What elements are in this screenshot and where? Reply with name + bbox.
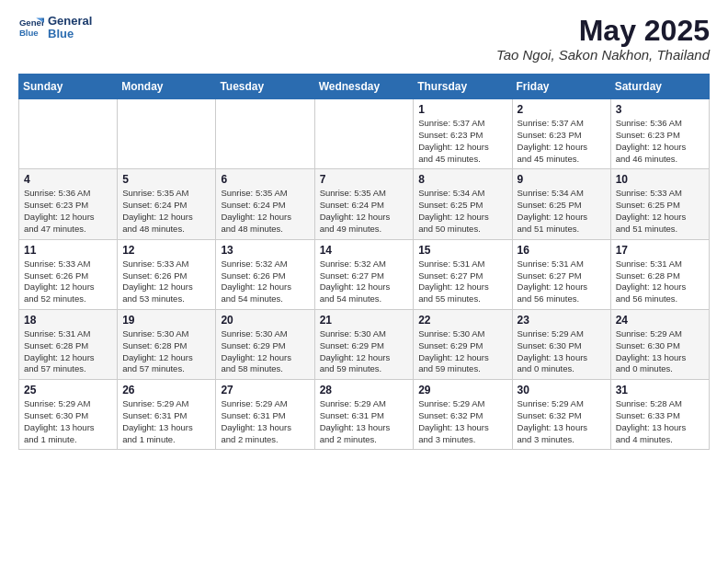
calendar-week-2: 4Sunrise: 5:36 AM Sunset: 6:23 PM Daylig… (19, 169, 710, 239)
cell-details: Sunrise: 5:29 AM Sunset: 6:31 PM Dayligh… (320, 398, 409, 445)
day-number: 15 (418, 244, 506, 257)
weekday-header-monday: Monday (118, 75, 216, 99)
cell-details: Sunrise: 5:35 AM Sunset: 6:24 PM Dayligh… (221, 188, 309, 235)
day-number: 31 (616, 384, 704, 396)
weekday-header-sunday: Sunday (19, 75, 118, 99)
day-number: 23 (518, 314, 606, 327)
calendar-cell: 29Sunrise: 5:29 AM Sunset: 6:32 PM Dayli… (414, 380, 512, 450)
day-number: 20 (221, 314, 309, 327)
calendar-cell: 2Sunrise: 5:37 AM Sunset: 6:23 PM Daylig… (512, 99, 610, 169)
calendar-cell: 27Sunrise: 5:29 AM Sunset: 6:31 PM Dayli… (216, 380, 314, 450)
calendar-cell: 31Sunrise: 5:28 AM Sunset: 6:33 PM Dayli… (610, 380, 709, 450)
calendar-cell: 4Sunrise: 5:36 AM Sunset: 6:23 PM Daylig… (19, 169, 118, 239)
logo-line2: Blue (48, 28, 92, 40)
logo-icon: General Blue (18, 15, 44, 40)
cell-details: Sunrise: 5:29 AM Sunset: 6:30 PM Dayligh… (518, 328, 606, 375)
day-number: 19 (122, 314, 210, 327)
day-number: 12 (122, 244, 210, 257)
page-header: General Blue General Blue May 2025 Tao N… (18, 15, 710, 63)
cell-details: Sunrise: 5:34 AM Sunset: 6:25 PM Dayligh… (518, 188, 606, 235)
cell-details: Sunrise: 5:31 AM Sunset: 6:28 PM Dayligh… (24, 328, 112, 375)
calendar-cell (118, 99, 216, 169)
calendar-cell (19, 99, 118, 169)
calendar-table: SundayMondayTuesdayWednesdayThursdayFrid… (18, 74, 710, 450)
cell-details: Sunrise: 5:36 AM Sunset: 6:23 PM Dayligh… (616, 118, 704, 165)
calendar-cell: 8Sunrise: 5:34 AM Sunset: 6:25 PM Daylig… (414, 169, 512, 239)
day-number: 16 (518, 244, 606, 257)
cell-details: Sunrise: 5:34 AM Sunset: 6:25 PM Dayligh… (418, 188, 506, 235)
day-number: 24 (616, 314, 704, 327)
cell-details: Sunrise: 5:37 AM Sunset: 6:23 PM Dayligh… (418, 118, 506, 165)
calendar-cell: 11Sunrise: 5:33 AM Sunset: 6:26 PM Dayli… (19, 239, 118, 309)
logo: General Blue General Blue (18, 15, 92, 41)
day-number: 27 (221, 384, 309, 396)
calendar-cell: 12Sunrise: 5:33 AM Sunset: 6:26 PM Dayli… (118, 239, 216, 309)
cell-details: Sunrise: 5:32 AM Sunset: 6:27 PM Dayligh… (320, 259, 409, 305)
day-number: 4 (24, 173, 112, 186)
day-number: 29 (418, 384, 506, 396)
calendar-cell (314, 99, 414, 169)
day-number: 2 (518, 103, 606, 116)
cell-details: Sunrise: 5:37 AM Sunset: 6:23 PM Dayligh… (518, 118, 606, 165)
cell-details: Sunrise: 5:36 AM Sunset: 6:23 PM Dayligh… (24, 188, 112, 235)
cell-details: Sunrise: 5:35 AM Sunset: 6:24 PM Dayligh… (122, 188, 210, 235)
day-number: 8 (418, 173, 506, 186)
day-number: 9 (518, 173, 606, 186)
cell-details: Sunrise: 5:29 AM Sunset: 6:32 PM Dayligh… (518, 398, 606, 445)
day-number: 1 (418, 103, 506, 116)
calendar-cell: 23Sunrise: 5:29 AM Sunset: 6:30 PM Dayli… (512, 309, 610, 379)
calendar-cell: 25Sunrise: 5:29 AM Sunset: 6:30 PM Dayli… (19, 380, 118, 450)
calendar-cell: 14Sunrise: 5:32 AM Sunset: 6:27 PM Dayli… (314, 239, 414, 309)
calendar-week-1: 1Sunrise: 5:37 AM Sunset: 6:23 PM Daylig… (19, 99, 710, 169)
weekday-header-friday: Friday (512, 75, 610, 99)
calendar-week-3: 11Sunrise: 5:33 AM Sunset: 6:26 PM Dayli… (19, 239, 710, 309)
calendar-cell: 13Sunrise: 5:32 AM Sunset: 6:26 PM Dayli… (216, 239, 314, 309)
title-block: May 2025 Tao Ngoi, Sakon Nakhon, Thailan… (496, 15, 710, 63)
calendar-cell: 1Sunrise: 5:37 AM Sunset: 6:23 PM Daylig… (414, 99, 512, 169)
cell-details: Sunrise: 5:31 AM Sunset: 6:28 PM Dayligh… (616, 259, 704, 305)
cell-details: Sunrise: 5:28 AM Sunset: 6:33 PM Dayligh… (616, 398, 704, 445)
day-number: 22 (418, 314, 506, 327)
cell-details: Sunrise: 5:30 AM Sunset: 6:29 PM Dayligh… (320, 328, 409, 375)
cell-details: Sunrise: 5:29 AM Sunset: 6:30 PM Dayligh… (24, 398, 112, 445)
calendar-week-4: 18Sunrise: 5:31 AM Sunset: 6:28 PM Dayli… (19, 309, 710, 379)
day-number: 14 (320, 244, 409, 257)
calendar-cell: 20Sunrise: 5:30 AM Sunset: 6:29 PM Dayli… (216, 309, 314, 379)
calendar-cell: 3Sunrise: 5:36 AM Sunset: 6:23 PM Daylig… (610, 99, 709, 169)
day-number: 3 (616, 103, 704, 116)
cell-details: Sunrise: 5:31 AM Sunset: 6:27 PM Dayligh… (418, 259, 506, 305)
calendar-cell: 17Sunrise: 5:31 AM Sunset: 6:28 PM Dayli… (610, 239, 709, 309)
day-number: 30 (518, 384, 606, 396)
cell-details: Sunrise: 5:33 AM Sunset: 6:25 PM Dayligh… (616, 188, 704, 235)
weekday-header-thursday: Thursday (414, 75, 512, 99)
day-number: 17 (616, 244, 704, 257)
calendar-cell: 16Sunrise: 5:31 AM Sunset: 6:27 PM Dayli… (512, 239, 610, 309)
cell-details: Sunrise: 5:29 AM Sunset: 6:32 PM Dayligh… (418, 398, 506, 445)
calendar-cell: 19Sunrise: 5:30 AM Sunset: 6:28 PM Dayli… (118, 309, 216, 379)
calendar-cell: 21Sunrise: 5:30 AM Sunset: 6:29 PM Dayli… (314, 309, 414, 379)
cell-details: Sunrise: 5:29 AM Sunset: 6:30 PM Dayligh… (616, 328, 704, 375)
month-title: May 2025 (496, 15, 710, 47)
calendar-cell: 18Sunrise: 5:31 AM Sunset: 6:28 PM Dayli… (19, 309, 118, 379)
cell-details: Sunrise: 5:32 AM Sunset: 6:26 PM Dayligh… (221, 259, 309, 305)
day-number: 7 (320, 173, 409, 186)
weekday-header-wednesday: Wednesday (314, 75, 414, 99)
day-number: 25 (24, 384, 112, 396)
svg-text:Blue: Blue (19, 28, 39, 38)
day-number: 28 (320, 384, 409, 396)
day-number: 6 (221, 173, 309, 186)
weekday-header-saturday: Saturday (610, 75, 709, 99)
calendar-cell: 22Sunrise: 5:30 AM Sunset: 6:29 PM Dayli… (414, 309, 512, 379)
cell-details: Sunrise: 5:30 AM Sunset: 6:29 PM Dayligh… (221, 328, 309, 375)
calendar-cell: 7Sunrise: 5:35 AM Sunset: 6:24 PM Daylig… (314, 169, 414, 239)
calendar-cell: 26Sunrise: 5:29 AM Sunset: 6:31 PM Dayli… (118, 380, 216, 450)
calendar-cell: 24Sunrise: 5:29 AM Sunset: 6:30 PM Dayli… (610, 309, 709, 379)
weekday-header-row: SundayMondayTuesdayWednesdayThursdayFrid… (19, 75, 710, 99)
calendar-cell: 15Sunrise: 5:31 AM Sunset: 6:27 PM Dayli… (414, 239, 512, 309)
day-number: 13 (221, 244, 309, 257)
calendar-cell: 28Sunrise: 5:29 AM Sunset: 6:31 PM Dayli… (314, 380, 414, 450)
logo-line1: General (48, 15, 92, 28)
day-number: 5 (122, 173, 210, 186)
cell-details: Sunrise: 5:29 AM Sunset: 6:31 PM Dayligh… (122, 398, 210, 445)
calendar-cell: 6Sunrise: 5:35 AM Sunset: 6:24 PM Daylig… (216, 169, 314, 239)
